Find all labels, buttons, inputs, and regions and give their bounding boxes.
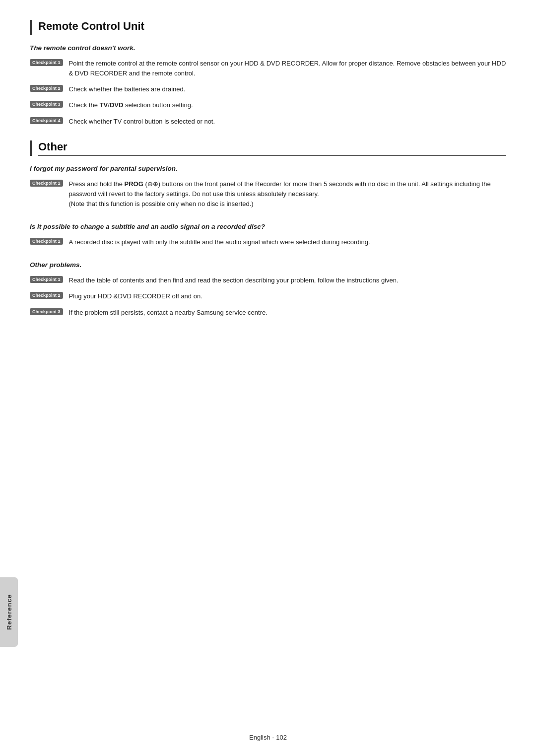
section-other: Other I forgot my password for parental … — [30, 140, 506, 318]
title-text-wrap-other: Other — [38, 140, 506, 156]
checkpoint-text: Read the table of contents and then find… — [69, 275, 399, 285]
table-row: Checkpoint 3 If the problem still persis… — [30, 308, 506, 318]
title-left-bar-other — [30, 140, 32, 156]
table-row: Checkpoint 1 Read the table of contents … — [30, 275, 506, 285]
table-row: Checkpoint 2 Check whether the batteries… — [30, 84, 506, 94]
section-title-bar: Remote Control Unit — [30, 20, 506, 35]
subsection-other-problems: Other problems. Checkpoint 1 Read the ta… — [30, 261, 506, 317]
checkpoint-text: Press and hold the PROG (⊖⊕) buttons on … — [69, 179, 506, 209]
checkpoint-text: If the problem still persists, contact a… — [69, 308, 268, 318]
main-content: Remote Control Unit The remote control d… — [30, 20, 506, 756]
checkpoint-badge: Checkpoint 3 — [30, 308, 63, 315]
table-row: Checkpoint 4 Check whether TV control bu… — [30, 117, 506, 127]
title-left-bar — [30, 20, 32, 35]
subsection-subtitle-audio: Is it possible to change a subtitle and … — [30, 223, 506, 247]
page: Reference Remote Control Unit The remote… — [0, 0, 536, 756]
checkpoint-badge: Checkpoint 1 — [30, 59, 63, 66]
checkpoint-badge: Checkpoint 4 — [30, 117, 63, 124]
section-title-other: Other — [38, 140, 506, 156]
subsection-forgot-password: I forgot my password for parental superv… — [30, 165, 506, 209]
section-title-remote: Remote Control Unit — [38, 20, 506, 35]
checkpoint-badge: Checkpoint 2 — [30, 292, 63, 299]
subsection-title-other-problems: Other problems. — [30, 261, 506, 269]
subsection-title-forgot-password: I forgot my password for parental superv… — [30, 165, 506, 172]
table-row: Checkpoint 1 A recorded disc is played w… — [30, 237, 506, 247]
footer: English - 102 — [0, 734, 536, 741]
checkpoint-text: A recorded disc is played with only the … — [69, 237, 370, 247]
checkpoint-text: Check whether the batteries are drained. — [69, 84, 186, 94]
table-row: Checkpoint 2 Plug your HDD &DVD RECORDER… — [30, 291, 506, 301]
title-text-wrap: Remote Control Unit — [38, 20, 506, 35]
table-row: Checkpoint 1 Press and hold the PROG (⊖⊕… — [30, 179, 506, 209]
checkpoint-badge: Checkpoint 1 — [30, 180, 63, 187]
subsection-title-subtitle: Is it possible to change a subtitle and … — [30, 223, 506, 230]
section-remote-control: Remote Control Unit The remote control d… — [30, 20, 506, 127]
table-row: Checkpoint 3 Check the TV/DVD selection … — [30, 100, 506, 110]
side-tab-label: Reference — [5, 594, 13, 630]
checkpoint-text: Plug your HDD &DVD RECORDER off and on. — [69, 291, 202, 301]
subsection-remote-doesnt-work: The remote control doesn't work. Checkpo… — [30, 44, 506, 127]
subsection-title-remote: The remote control doesn't work. — [30, 44, 506, 52]
checkpoint-badge: Checkpoint 3 — [30, 101, 63, 108]
checkpoint-text: Point the remote control at the remote c… — [69, 59, 506, 78]
section-title-bar-other: Other — [30, 140, 506, 156]
checkpoint-badge: Checkpoint 1 — [30, 238, 63, 245]
side-tab: Reference — [0, 577, 18, 647]
checkpoint-badge: Checkpoint 1 — [30, 276, 63, 283]
checkpoint-text: Check whether TV control button is selec… — [69, 117, 215, 127]
footer-text: English - 102 — [249, 734, 287, 741]
checkpoint-text: Check the TV/DVD selection button settin… — [69, 100, 193, 110]
table-row: Checkpoint 1 Point the remote control at… — [30, 59, 506, 78]
checkpoint-badge: Checkpoint 2 — [30, 85, 63, 92]
